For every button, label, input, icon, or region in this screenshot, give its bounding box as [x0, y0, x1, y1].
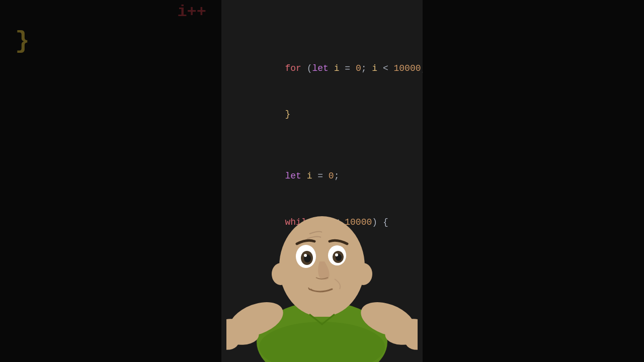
- let-keyword-1: let: [312, 63, 328, 73]
- svg-point-17: [354, 263, 372, 285]
- character-container: [226, 191, 418, 362]
- svg-point-16: [272, 263, 290, 285]
- right-panel: [423, 0, 644, 362]
- for-close-brace: }: [242, 92, 423, 138]
- svg-point-24: [304, 254, 307, 257]
- screen: i++ } for (let i = 0; i < 10000; i++) { …: [0, 0, 644, 362]
- for-keyword: for: [285, 63, 301, 73]
- center-panel: for (let i = 0; i < 10000; i++) { } let …: [221, 0, 423, 362]
- left-overlay: [0, 0, 221, 362]
- cartoon-character: [226, 191, 418, 362]
- bg-iplus: i++: [177, 3, 206, 21]
- svg-point-25: [335, 253, 338, 256]
- left-panel: i++ }: [0, 0, 221, 362]
- bg-brace: }: [15, 28, 30, 55]
- let-keyword-2: let: [285, 171, 301, 181]
- right-overlay: [423, 0, 644, 362]
- blank-line: [242, 138, 423, 153]
- for-line: for (let i = 0; i < 10000; i++) {: [242, 45, 423, 92]
